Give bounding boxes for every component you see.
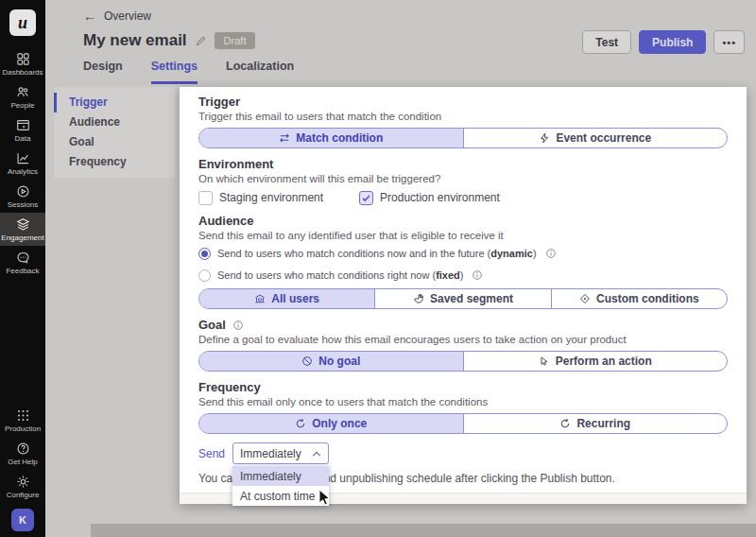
custom-conditions-option[interactable]: Custom conditions <box>551 289 727 308</box>
info-icon[interactable] <box>545 248 557 259</box>
app-logo[interactable]: u <box>9 9 36 36</box>
segment-label: Saved segment <box>430 292 513 305</box>
send-select-value: Immediately <box>240 447 301 460</box>
sidebar-item-people[interactable]: People <box>0 80 45 113</box>
all-users-icon <box>254 293 266 304</box>
user-avatar[interactable]: K <box>11 509 34 531</box>
note-fragment: and unpublishing schedule after clicking… <box>318 472 615 485</box>
sidebar-item-label: Dashboards <box>2 68 43 77</box>
goal-section-title: Goal <box>198 318 728 332</box>
sidebar-item-label: Feedback <box>6 267 39 275</box>
send-dropdown-menu: Immediately At custom time <box>232 466 329 506</box>
settings-card: Trigger Trigger this email to users that… <box>180 87 747 504</box>
segment-label: Recurring <box>576 417 630 430</box>
perform-an-action-option[interactable]: Perform an action <box>463 352 728 371</box>
tab-settings[interactable]: Settings <box>151 60 198 84</box>
tab-localization[interactable]: Localization <box>226 60 294 84</box>
radio-unselected <box>198 269 211 282</box>
sidebar-item-dashboards[interactable]: Dashboards <box>0 47 45 80</box>
fixed-audience-radio[interactable]: Send to users who match conditions right… <box>198 268 728 282</box>
settings-nav-trigger[interactable]: Trigger <box>54 93 175 113</box>
segment-label: All users <box>271 292 319 305</box>
back-label: Overview <box>104 9 151 23</box>
segment-label: Custom conditions <box>596 292 699 305</box>
recurring-icon <box>559 418 571 429</box>
goal-segmented-control: No goal Perform an action <box>198 351 728 372</box>
data-icon <box>16 118 30 132</box>
avatar-initial: K <box>19 514 26 526</box>
engagement-layers-icon <box>16 217 30 232</box>
trigger-section-title: Trigger <box>198 95 728 109</box>
sidebar-item-configure[interactable]: Configure <box>0 470 45 503</box>
segment-label: Only once <box>312 417 367 430</box>
only-once-option[interactable]: Only once <box>199 414 463 433</box>
goal-section-description: Define a goal to evaluate how this email… <box>198 333 728 346</box>
segment-label: Match condition <box>296 131 383 145</box>
publish-button[interactable]: Publish <box>639 30 706 54</box>
sidebar-item-get-help[interactable]: Get Help <box>0 437 45 470</box>
no-goal-option[interactable]: No goal <box>199 352 463 371</box>
radio-label: Send to users who match conditions right… <box>217 269 463 281</box>
sidebar-item-analytics[interactable]: Analytics <box>0 147 45 180</box>
settings-section-nav: Trigger Audience Goal Frequency <box>54 87 175 178</box>
info-icon[interactable] <box>232 320 244 331</box>
tab-bar: Design Settings Localization <box>83 60 294 84</box>
sidebar-bottom: Production Get Help Configure K <box>0 404 45 537</box>
sidebar-item-label: People <box>11 101 35 110</box>
send-select[interactable]: Immediately <box>232 442 329 464</box>
sidebar-item-engagement[interactable]: Engagement <box>0 213 45 246</box>
sidebar-item-sessions[interactable]: Sessions <box>0 180 45 213</box>
help-icon <box>16 442 30 456</box>
trigger-section-description: Trigger this email to users that match t… <box>198 110 728 123</box>
environment-section-title: Environment <box>198 157 728 171</box>
staging-environment-checkbox[interactable]: Staging environment <box>198 191 323 205</box>
sidebar-item-production[interactable]: Production <box>0 404 45 437</box>
app-screen: u Dashboards People Data Analytics Sessi… <box>0 0 756 537</box>
production-icon <box>16 408 30 423</box>
audience-segmented-control: All users Saved segment Custom condition… <box>198 288 728 309</box>
audience-section-title: Audience <box>198 214 728 228</box>
event-occurrence-option[interactable]: Event occurrence <box>463 129 728 147</box>
dropdown-option-at-custom-time[interactable]: At custom time <box>232 486 329 506</box>
send-schedule-row: Send Immediately Immediately At custom t… <box>198 442 728 464</box>
more-options-button[interactable]: ••• <box>713 30 745 54</box>
saved-segment-icon <box>413 293 424 304</box>
settings-nav-goal[interactable]: Goal <box>54 132 175 152</box>
settings-nav-audience[interactable]: Audience <box>54 113 175 132</box>
settings-nav-frequency[interactable]: Frequency <box>54 152 175 172</box>
sidebar-item-label: Data <box>15 134 31 143</box>
checkbox-unchecked <box>198 191 213 205</box>
send-select-wrap: Immediately Immediately At custom time <box>232 442 329 464</box>
dynamic-audience-radio[interactable]: Send to users who match conditions now a… <box>198 247 728 260</box>
recurring-option[interactable]: Recurring <box>463 414 728 433</box>
saved-segment-option[interactable]: Saved segment <box>374 289 550 308</box>
note-fragment: You ca <box>198 472 232 485</box>
info-icon[interactable] <box>472 269 483 281</box>
lightning-icon <box>539 132 550 144</box>
sidebar-item-data[interactable]: Data <box>0 113 45 147</box>
back-to-overview[interactable]: ← Overview <box>83 9 151 23</box>
sidebar-item-label: Engagement <box>1 234 43 242</box>
people-icon <box>16 85 30 99</box>
page-title: My new email <box>83 31 187 50</box>
check-icon <box>361 193 371 203</box>
sessions-icon <box>16 184 30 199</box>
match-condition-option[interactable]: Match condition <box>199 129 463 147</box>
sidebar-item-label: Analytics <box>8 167 38 176</box>
header-actions: Test Publish ••• <box>582 30 745 54</box>
segment-label: No goal <box>318 355 360 368</box>
main-area: ← Overview My new email Draft Test Publi… <box>45 0 756 537</box>
frequency-segmented-control: Only once Recurring <box>198 413 728 434</box>
test-button[interactable]: Test <box>582 30 631 54</box>
tab-design[interactable]: Design <box>83 60 123 84</box>
send-label: Send <box>198 447 225 460</box>
dropdown-option-immediately[interactable]: Immediately <box>232 466 329 486</box>
audience-section-description: Send this email to any identified user t… <box>198 229 728 242</box>
all-users-option[interactable]: All users <box>199 289 374 308</box>
frequency-section-description: Send this email only once to users that … <box>198 395 728 408</box>
sidebar-item-feedback[interactable]: Feedback <box>0 246 45 279</box>
sidebar-item-label: Get Help <box>8 458 38 466</box>
production-environment-checkbox[interactable]: Production environment <box>359 191 500 205</box>
pointer-click-icon <box>539 355 550 367</box>
edit-title-icon[interactable] <box>195 35 207 47</box>
